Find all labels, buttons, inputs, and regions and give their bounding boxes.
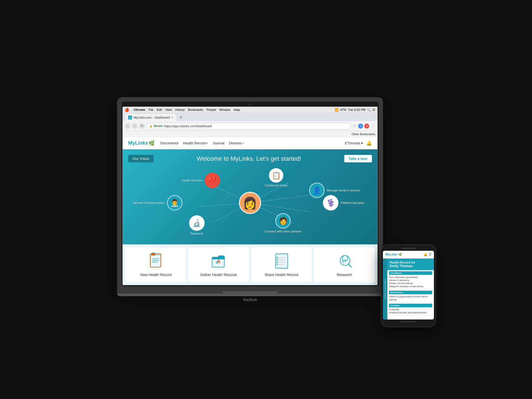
allergy-1: CODEINE — [389, 308, 432, 311]
node-combined-charts[interactable]: 📋 Combined charts — [265, 168, 288, 187]
app-nav: MyLinks 🌿 Documents Health Record ▾ — [122, 137, 377, 149]
node-research[interactable]: 🔬 Research — [189, 215, 204, 235]
phone-allergies-header: Allergies — [389, 304, 432, 307]
research-icon: 🔬 — [189, 215, 204, 231]
patient-education-icon: ⚕️ — [323, 195, 339, 211]
phone-home-indicator[interactable] — [400, 321, 417, 322]
hero-section: Our Vision Welcome to MyLinks. Let's get… — [122, 149, 377, 244]
patient-education-label: Patient Education — [341, 201, 365, 204]
phone-device: MyLinks 🌿 🔔 ☰ Health Record Menu Health … — [381, 244, 436, 327]
chrome-settings-icon[interactable]: ⋮ — [370, 124, 375, 129]
research-card[interactable]: Research — [314, 247, 375, 282]
medication-1: vitamin D (ergocalciferol) 50000 UNITS c… — [389, 295, 432, 301]
view-health-record-card[interactable]: + View Health Record — [125, 247, 186, 282]
view-health-record-label: View Health Record — [140, 273, 172, 277]
gather-health-records-card[interactable]: A Gather Health Records — [188, 247, 249, 282]
edit-menu-item[interactable]: Edit — [157, 108, 162, 111]
user-dropdown-icon: ▾ — [361, 141, 363, 145]
research-label: Research — [190, 232, 203, 235]
history-menu-item[interactable]: History — [175, 108, 185, 111]
devices-nav-link[interactable]: Devices ▾ — [229, 141, 244, 145]
laptop-screen: 🍎 Chrome File Edit View History Bookmark… — [122, 107, 377, 285]
lock-icon: 🔒 — [149, 125, 152, 127]
phone-patient-name: Emily Thomas- — [390, 264, 432, 268]
username-label: EThomas — [345, 141, 360, 145]
chrome-browser: M MyLinks.com – Dashboard × + ‹ › ↻ — [122, 113, 377, 285]
people-menu-item[interactable]: People — [207, 108, 216, 111]
chrome-extension-icon-2[interactable]: M — [364, 124, 369, 129]
health-record-label: Health Record — [183, 141, 206, 145]
phone-conditions-header: Conditions — [389, 271, 432, 275]
our-vision-button[interactable]: Our Vision — [128, 155, 154, 162]
phone-record-title: Health Record for — [390, 261, 432, 264]
chrome-extension-icon-1[interactable]: G — [358, 124, 363, 129]
hero-title: Welcome to MyLinks. Let's get started! — [197, 155, 301, 162]
phone-bell-icon[interactable]: 🔔 — [423, 252, 428, 256]
laptop-base — [117, 289, 383, 293]
window-menu-item[interactable]: Window — [219, 108, 230, 111]
phone-nav: MyLinks 🌿 🔔 ☰ — [383, 251, 434, 259]
research-label-card: Research — [337, 273, 352, 277]
chrome-menu-item[interactable]: Chrome — [134, 108, 145, 111]
documents-nav-link[interactable]: Documents — [160, 141, 178, 145]
phone-medications-text: vitamin D (ergocalciferol) 50000 UNITS c… — [389, 295, 432, 301]
battery-indicator: 47% — [340, 108, 346, 111]
take-tour-button[interactable]: Take a tour — [344, 155, 372, 162]
phone-medications-header: Medications — [389, 291, 432, 294]
tab-close-button[interactable]: × — [172, 116, 173, 119]
bookmarks-menu-item[interactable]: Bookmarks — [188, 108, 203, 111]
manage-family-label: Manage family's records — [327, 189, 360, 192]
documents-label: Documents — [160, 141, 178, 145]
share-health-record-card[interactable]: Share Health Record — [251, 247, 312, 282]
health-devices-label: Health Devices — [182, 179, 202, 182]
gather-health-records-label: Gather Health Records — [200, 273, 237, 277]
help-menu-item[interactable]: Help — [234, 108, 240, 111]
mac-menu-items: Chrome File Edit View History Bookmarks … — [134, 108, 240, 111]
search-icon[interactable]: 🔍 — [367, 108, 371, 112]
apple-logo-icon: 🍎 — [125, 108, 129, 112]
address-bar-input[interactable]: 🔒 Secure https://app.mylinks.com/Dashboa… — [146, 123, 350, 129]
file-menu-item[interactable]: File — [149, 108, 154, 111]
condition-2: Vitamin D deficiency — [389, 279, 432, 282]
node-health-devices[interactable]: ❤️ Health Devices — [182, 173, 220, 188]
phone-content: Health Record for Emily Thomas- Conditio… — [387, 259, 434, 319]
combined-charts-icon: 📋 — [269, 168, 283, 183]
app-logo[interactable]: MyLinks 🌿 — [128, 140, 155, 146]
node-patient-education[interactable]: ⚕️ Patient Education — [323, 195, 365, 211]
bookmark-star-icon[interactable]: ☆ — [352, 124, 357, 129]
node-connect-patients[interactable]: 🧑 Connect with other patients — [265, 213, 301, 233]
mac-status-items: 📶 47% Tue 3:32 PM 🔍 ☰ — [335, 108, 375, 112]
phone-record-header: Health Record for Emily Thomas- — [387, 259, 434, 270]
combined-charts-label: Combined charts — [265, 184, 288, 187]
notifications-bell-icon[interactable]: 🔔 — [366, 140, 372, 146]
refresh-button[interactable]: ↻ — [139, 123, 145, 129]
other-bookmarks-label[interactable]: Other Bookmarks — [352, 132, 375, 136]
view-menu-item[interactable]: View — [165, 108, 172, 111]
wifi-icon: 📶 — [335, 108, 339, 112]
node-secure-comm[interactable]: 👨‍⚕️ Secure Communication — [133, 195, 182, 211]
laptop-stand — [117, 293, 383, 296]
connect-patients-label: Connect with other patients — [265, 230, 301, 233]
center-person-icon: 👩 — [243, 196, 257, 210]
phone-allergies-text: CODEINE HYDROCODONE-ACETAMINOPHEN — [389, 308, 432, 314]
svg-text:+: + — [153, 253, 154, 256]
user-menu[interactable]: EThomas ▾ — [345, 141, 363, 145]
mind-map-center-person: 👩 — [239, 192, 261, 214]
screen-bezel: 🍎 Chrome File Edit View History Bookmark… — [121, 102, 378, 286]
journal-nav-link[interactable]: Journal — [213, 141, 224, 145]
new-tab-button[interactable]: + — [176, 114, 185, 121]
phone-sidebar-tab[interactable]: Health Record Menu — [383, 259, 387, 319]
app-logo-text: MyLinks — [128, 140, 148, 146]
notification-center-icon[interactable]: ☰ — [372, 108, 375, 112]
forward-button[interactable]: › — [132, 123, 137, 129]
active-tab[interactable]: M MyLinks.com – Dashboard × — [125, 114, 176, 121]
back-button[interactable]: ‹ — [125, 123, 130, 129]
phone-menu-icon[interactable]: ☰ — [429, 252, 432, 256]
health-record-nav-link[interactable]: Health Record ▾ — [183, 141, 208, 145]
app-nav-links: Documents Health Record ▾ Journal — [160, 141, 244, 145]
share-health-record-label: Share Health Record — [265, 273, 298, 277]
url-text: https://app.mylinks.com/Dashboard — [164, 124, 212, 128]
scene: 🍎 Chrome File Edit View History Bookmark… — [0, 0, 532, 399]
macbook-label: MacBook — [117, 298, 383, 302]
tab-title: MyLinks.com – Dashboard — [134, 116, 170, 119]
